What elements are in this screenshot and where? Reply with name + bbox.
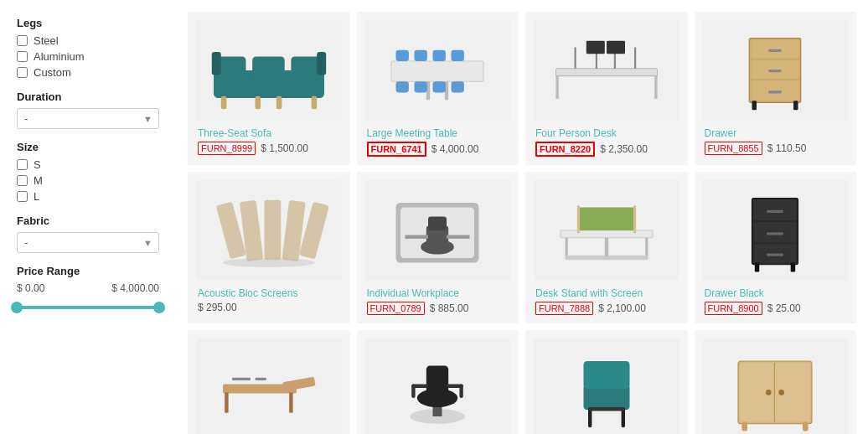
svg-rect-72 — [289, 392, 292, 412]
product-price-7: $ 2,100.00 — [598, 302, 646, 314]
checkbox-custom[interactable] — [17, 67, 28, 78]
filter-title-legs: Legs — [17, 17, 159, 29]
product-image-cabinet — [703, 338, 849, 434]
filter-option-aluminium[interactable]: Aluminium — [17, 50, 159, 63]
sofa-svg — [204, 24, 333, 116]
product-info-3: Four Person Desk FURN_8220 $ 2,350.00 — [534, 127, 679, 157]
product-name-2[interactable]: Large Meeting Table — [367, 127, 509, 139]
checkbox-aluminium[interactable] — [17, 51, 28, 62]
filter-option-steel[interactable]: Steel — [17, 34, 159, 47]
product-info-7: Desk Stand with Screen FURN_7888 $ 2,100… — [534, 287, 679, 315]
label-s: S — [34, 158, 41, 171]
price-range-slider[interactable] — [17, 299, 159, 316]
svg-rect-61 — [754, 200, 797, 220]
drawer-svg — [710, 24, 840, 116]
product-image-meeting-table — [365, 20, 511, 121]
product-card-11 — [525, 330, 688, 434]
product-grid: Three-Seat Sofa FURN_8999 $ 1,500.00 — [176, 8, 868, 434]
product-sku-6: FURN_0789 — [367, 302, 425, 315]
svg-rect-67 — [755, 263, 760, 272]
svg-rect-57 — [577, 205, 580, 233]
product-name-6[interactable]: Individual Workplace — [367, 287, 509, 299]
product-info-2: Large Meeting Table FURN_6741 $ 4,000.00 — [365, 127, 511, 157]
product-card-9 — [188, 330, 350, 434]
product-image-side-chair — [534, 338, 679, 434]
svg-rect-8 — [276, 96, 282, 109]
svg-rect-50 — [406, 235, 429, 239]
svg-rect-81 — [411, 385, 415, 399]
page-wrapper: Legs Steel Aluminium Custom Duration - ▼ — [0, 0, 868, 434]
filter-option-l[interactable]: L — [17, 190, 159, 203]
product-price-4: $ 110.50 — [767, 142, 807, 154]
duration-select[interactable]: - — [17, 108, 159, 129]
svg-rect-71 — [225, 392, 228, 412]
fabric-select-wrapper: - ▼ — [17, 232, 159, 253]
svg-point-92 — [766, 390, 772, 395]
product-card-7: Desk Stand with Screen FURN_7888 $ 2,100… — [525, 172, 688, 323]
price-range-values: $ 0.00 $ 4,000.00 — [17, 282, 159, 294]
svg-rect-27 — [607, 41, 625, 54]
side-chair-svg — [542, 343, 671, 434]
product-card-10 — [357, 330, 519, 434]
product-card-12 — [695, 330, 857, 434]
svg-rect-74 — [255, 378, 266, 380]
product-image-individual-workplace — [365, 180, 511, 281]
svg-rect-68 — [791, 263, 796, 272]
checkbox-l[interactable] — [17, 191, 28, 202]
svg-rect-10 — [391, 61, 483, 81]
fabric-select[interactable]: - — [17, 232, 159, 253]
product-name-5[interactable]: Acoustic Bloc Screens — [198, 287, 340, 299]
product-image-drawer-black — [703, 180, 849, 281]
product-meta-1: FURN_8999 $ 1,500.00 — [198, 142, 340, 155]
svg-rect-56 — [579, 208, 634, 231]
svg-rect-58 — [633, 205, 636, 233]
svg-rect-36 — [769, 90, 782, 93]
svg-rect-35 — [769, 70, 782, 72]
product-meta-5: $ 295.00 — [198, 302, 340, 313]
four-desk-svg — [542, 24, 671, 116]
svg-rect-21 — [555, 69, 657, 76]
product-info-4: Drawer FURN_8855 $ 110.50 — [703, 127, 849, 155]
product-card-3: Four Person Desk FURN_8220 $ 2,350.00 — [525, 12, 688, 165]
checkbox-steel[interactable] — [17, 35, 28, 46]
product-meta-6: FURN_0789 $ 885.00 — [367, 302, 509, 315]
product-sku-4: FURN_8855 — [705, 142, 762, 155]
svg-rect-23 — [654, 76, 657, 100]
svg-rect-87 — [588, 407, 625, 411]
product-sku-7: FURN_7888 — [535, 302, 593, 315]
svg-rect-51 — [447, 235, 470, 239]
label-m: M — [34, 174, 43, 187]
range-fill — [17, 306, 159, 309]
svg-rect-34 — [769, 49, 782, 52]
svg-rect-7 — [255, 96, 261, 109]
svg-point-44 — [223, 258, 315, 267]
range-thumb-max[interactable] — [153, 302, 165, 313]
svg-rect-84 — [583, 361, 629, 389]
range-thumb-min[interactable] — [11, 302, 23, 313]
svg-rect-73 — [232, 378, 251, 380]
svg-rect-95 — [803, 422, 809, 431]
svg-rect-66 — [767, 254, 783, 256]
cabinet-svg — [710, 343, 840, 434]
product-name-8[interactable]: Drawer Black — [705, 287, 847, 299]
filter-option-custom[interactable]: Custom — [17, 66, 159, 79]
product-name-7[interactable]: Desk Stand with Screen — [535, 287, 678, 299]
filter-option-s[interactable]: S — [17, 158, 159, 171]
filter-option-m[interactable]: M — [17, 174, 159, 187]
product-price-5: $ 295.00 — [198, 302, 237, 313]
desk-stand-svg — [542, 184, 671, 276]
product-card-2: Large Meeting Table FURN_6741 $ 4,000.00 — [357, 12, 519, 165]
label-aluminium: Aluminium — [34, 50, 85, 63]
product-info-8: Drawer Black FURN_8900 $ 25.00 — [703, 287, 849, 315]
svg-rect-5 — [317, 52, 326, 75]
checkbox-m[interactable] — [17, 175, 28, 186]
svg-rect-94 — [742, 422, 748, 431]
svg-rect-70 — [282, 377, 316, 392]
product-name-1[interactable]: Three-Seat Sofa — [198, 127, 340, 139]
product-price-3: $ 2,350.00 — [600, 143, 648, 155]
svg-rect-15 — [433, 50, 446, 61]
checkbox-s[interactable] — [17, 159, 28, 170]
product-name-4[interactable]: Drawer — [705, 127, 847, 139]
product-name-3[interactable]: Four Person Desk — [535, 127, 678, 139]
filter-section-fabric: Fabric - ▼ — [17, 214, 159, 253]
